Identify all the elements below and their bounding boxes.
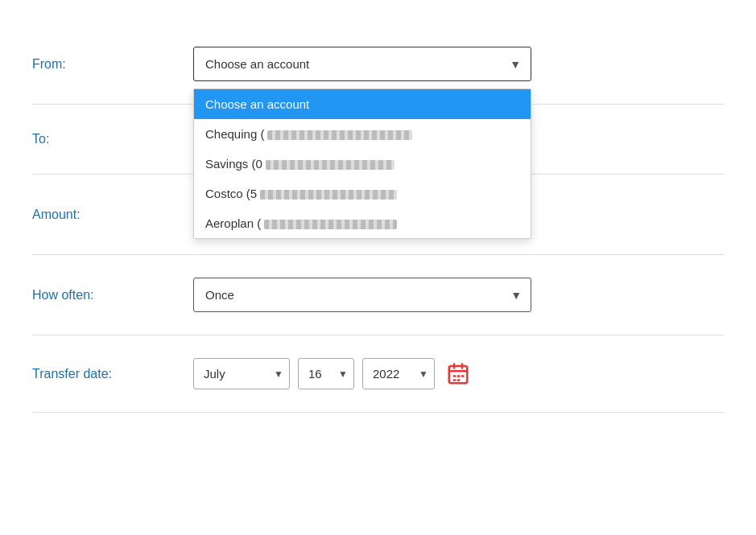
aeroplan-blurred — [264, 220, 397, 229]
from-option-costco[interactable]: Costco (5 — [194, 179, 531, 208]
day-select-wrapper: 123 456 789 101112 131415 161718 192021 … — [298, 358, 354, 389]
from-option-savings[interactable]: Savings (0 — [194, 149, 531, 179]
how-often-label: How often: — [32, 288, 193, 302]
from-dropdown-trigger[interactable]: Choose an account ▼ — [193, 47, 531, 81]
svg-rect-8 — [457, 379, 461, 381]
amount-label: Amount: — [32, 208, 193, 222]
savings-blurred — [266, 160, 395, 170]
svg-rect-7 — [453, 379, 456, 381]
from-option-aeroplan[interactable]: Aeroplan ( — [194, 208, 531, 238]
costco-blurred — [260, 190, 397, 200]
calendar-icon[interactable] — [446, 362, 470, 386]
to-label: To: — [32, 132, 193, 146]
how-often-control-wrapper: Once Weekly Bi-weekly Monthly ▼ — [193, 278, 724, 312]
from-row: From: Choose an account ▼ Choose an acco… — [32, 24, 724, 105]
month-select[interactable]: January February March April May June Ju… — [193, 358, 290, 389]
from-label: From: — [32, 57, 193, 72]
transfer-date-label: Transfer date: — [32, 367, 193, 381]
chequing-blurred — [267, 130, 412, 140]
from-option-choose[interactable]: Choose an account — [194, 89, 531, 119]
from-selected-value: Choose an account — [205, 57, 309, 71]
year-select[interactable]: 2022 2023 2024 — [362, 358, 435, 389]
from-option-chequing[interactable]: Chequing ( — [194, 119, 531, 149]
how-often-select[interactable]: Once Weekly Bi-weekly Monthly — [193, 278, 531, 312]
transfer-date-row: Transfer date: January February March Ap… — [32, 335, 724, 413]
transfer-date-inputs: January February March April May June Ju… — [193, 358, 724, 389]
month-select-wrapper: January February March April May June Ju… — [193, 358, 290, 389]
svg-rect-6 — [461, 375, 465, 377]
how-often-row: How often: Once Weekly Bi-weekly Monthly… — [32, 255, 724, 335]
svg-rect-4 — [453, 375, 456, 377]
year-select-wrapper: 2022 2023 2024 ▼ — [362, 358, 435, 389]
svg-rect-5 — [457, 375, 461, 377]
how-often-select-wrapper: Once Weekly Bi-weekly Monthly ▼ — [193, 278, 531, 312]
transfer-form: From: Choose an account ▼ Choose an acco… — [0, 0, 756, 437]
transfer-date-control-wrapper: January February March April May June Ju… — [193, 358, 724, 389]
day-select[interactable]: 123 456 789 101112 131415 161718 192021 … — [298, 358, 354, 389]
from-dropdown-list: Choose an account Chequing ( Savings (0 … — [193, 88, 531, 239]
from-chevron-icon: ▼ — [510, 58, 521, 71]
from-control-wrapper: Choose an account ▼ Choose an account Ch… — [193, 47, 724, 81]
from-select-wrapper: Choose an account ▼ — [193, 47, 531, 81]
